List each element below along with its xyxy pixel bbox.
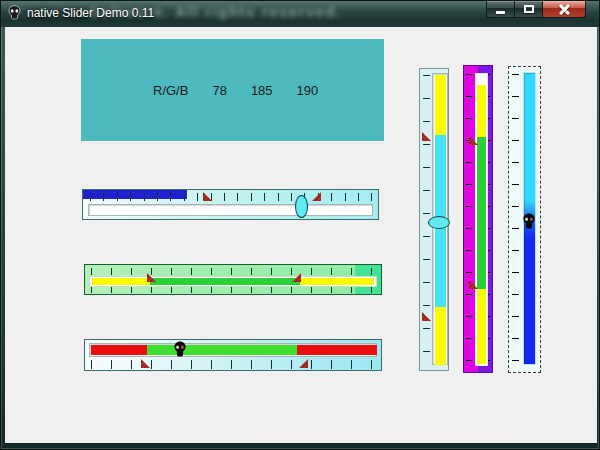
- slider-h3[interactable]: [84, 339, 382, 371]
- slider-track[interactable]: [88, 204, 373, 216]
- track-segment-yellow-top: [435, 75, 446, 135]
- minimize-button[interactable]: [486, 1, 515, 18]
- track-segment-red-left: [91, 345, 147, 355]
- maximize-button[interactable]: [515, 1, 543, 18]
- app-skull-icon: [7, 5, 22, 20]
- skull-thumb-icon[interactable]: [522, 213, 536, 229]
- slider-h1[interactable]: [82, 189, 379, 220]
- tick-marks: [91, 286, 375, 293]
- slider-thumb[interactable]: [428, 216, 450, 229]
- slider-h2[interactable]: [84, 264, 382, 295]
- slider-v3[interactable]: [508, 66, 541, 373]
- selection-range: [150, 278, 300, 285]
- tick-marks: [466, 74, 472, 364]
- slider-v1[interactable]: [419, 68, 449, 371]
- track-segment-red-right: [297, 345, 377, 355]
- selection-range: [147, 345, 297, 355]
- tick-marks: [91, 360, 375, 369]
- slider-v2[interactable]: [463, 65, 493, 373]
- blue-value: 190: [297, 83, 319, 98]
- skull-thumb-icon[interactable]: [173, 341, 187, 357]
- track-segment-yellow-bottom: [477, 289, 486, 364]
- app-window: Software. All rights reserved. native Sl…: [0, 0, 600, 450]
- color-preview-panel: R/G/B 78 185 190: [81, 39, 384, 141]
- close-icon: [558, 4, 571, 15]
- tick-marks: [512, 74, 519, 365]
- selection-range: [477, 137, 486, 289]
- rgb-label: R/G/B: [153, 83, 188, 98]
- client-area: R/G/B 78 185 190: [5, 27, 597, 443]
- window-controls: [486, 1, 586, 18]
- track-segment-yellow-bottom: [435, 307, 446, 365]
- minimize-icon: [496, 11, 505, 14]
- titlebar: Software. All rights reserved. native Sl…: [1, 1, 599, 27]
- window-title: native Slider Demo 0.11: [27, 6, 154, 20]
- green-value: 185: [251, 83, 273, 98]
- track-segment-yellow-top: [477, 85, 486, 137]
- maximize-icon: [524, 5, 534, 13]
- tick-marks: [91, 268, 375, 275]
- slider-thumb[interactable]: [295, 195, 308, 218]
- red-value: 78: [212, 83, 226, 98]
- tick-marks: [90, 193, 373, 201]
- close-button[interactable]: [543, 1, 586, 18]
